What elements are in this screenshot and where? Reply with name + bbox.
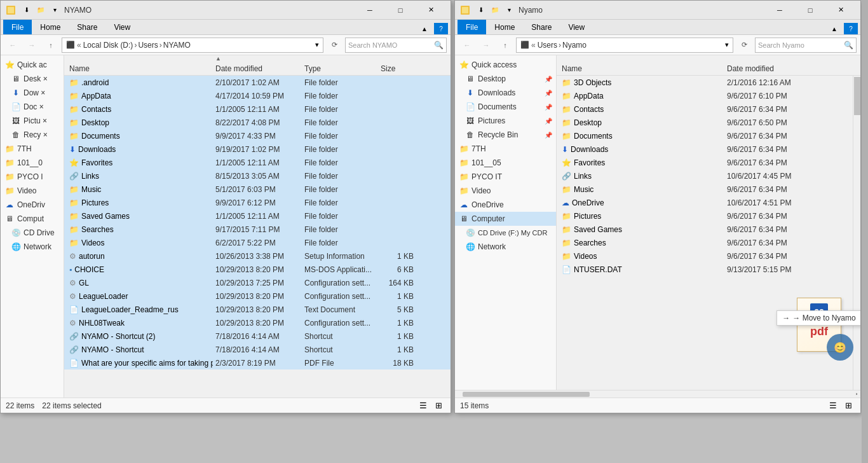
right-qat-btn1[interactable]: ⬇ <box>474 4 488 16</box>
right-nav-101[interactable]: 📁 101__05 <box>455 156 556 170</box>
left-nav-network[interactable]: 🌐 Network <box>1 240 64 254</box>
right-row-pictures[interactable]: 📁Pictures 9/6/2017 6:34 PM <box>557 209 860 223</box>
left-nav-documents[interactable]: 📄 Doc × <box>1 100 64 114</box>
left-row-desktop[interactable]: 📁Desktop 8/22/2017 4:08 PM File folder <box>64 116 451 129</box>
right-details-view-btn[interactable]: ☰ <box>826 399 840 412</box>
left-tab-share[interactable]: Share <box>69 20 105 34</box>
right-nav-7th[interactable]: 📁 7TH <box>455 142 556 156</box>
qat-newdir-btn[interactable]: 📁 <box>34 4 48 16</box>
right-address-field[interactable]: ⬛ « Users › Nyamo ▾ <box>516 38 733 53</box>
right-nav-cd[interactable]: 💿 CD Drive (F:) My CDR <box>455 226 556 240</box>
right-close-btn[interactable]: ✕ <box>826 1 855 20</box>
right-address-dropdown[interactable]: ▾ <box>725 41 729 49</box>
right-row-appdata[interactable]: 📁AppData 9/6/2017 6:10 PM <box>557 89 860 102</box>
right-scrollbar-thumb[interactable] <box>854 77 860 115</box>
right-tab-share[interactable]: Share <box>523 20 560 34</box>
left-nav-recycle[interactable]: 🗑 Recy × <box>1 128 64 142</box>
right-col-date[interactable]: Date modified <box>724 64 839 73</box>
right-maximize-btn[interactable]: □ <box>796 1 825 20</box>
left-nav-cd[interactable]: 💿 CD Drive <box>1 226 64 240</box>
left-ribbon-collapse[interactable]: ▲ <box>417 23 431 34</box>
qat-properties-btn[interactable]: ⬇ <box>20 4 34 16</box>
left-details-view-btn[interactable]: ☰ <box>416 399 430 412</box>
right-minimize-btn[interactable]: ─ <box>765 1 794 20</box>
left-row-nhl08tweak[interactable]: ⚙NHL08Tweak 10/29/2013 8:20 PM Configura… <box>64 316 451 329</box>
left-address-dropdown[interactable]: ▾ <box>315 41 319 49</box>
left-row-searches[interactable]: 📁Searches 9/17/2015 7:11 PM File folder <box>64 223 451 236</box>
right-nav-pyco[interactable]: 📁 PYCO IT <box>455 170 556 184</box>
right-nav-desktop[interactable]: 🖥 Desktop 📌 <box>455 72 556 86</box>
left-row-downloads[interactable]: ⬇Downloads 9/19/2017 1:02 PM File folder <box>64 142 451 156</box>
left-back-btn[interactable]: ← <box>4 38 21 53</box>
left-close-btn[interactable]: ✕ <box>416 1 445 20</box>
right-row-onedrive[interactable]: ☁OneDrive 10/6/2017 4:51 PM <box>557 196 860 209</box>
right-nav-computer[interactable]: 🖥 Computer <box>455 212 556 226</box>
left-row-leagueloader[interactable]: ⚙LeagueLoader 10/29/2013 8:20 PM Configu… <box>64 289 451 303</box>
left-nav-video[interactable]: 📁 Video <box>1 184 64 198</box>
right-hscroll-right[interactable]: › <box>853 390 860 398</box>
right-nav-onedrive[interactable]: ☁ OneDrive <box>455 198 556 212</box>
right-row-3d[interactable]: 📁3D Objects 2/1/2016 12:16 AM <box>557 76 860 89</box>
right-ribbon-collapse[interactable]: ▲ <box>827 23 841 34</box>
right-search-field[interactable]: Search Nyamo 🔍 <box>755 38 857 53</box>
right-row-videos[interactable]: 📁Videos 9/6/2017 6:34 PM <box>557 249 860 263</box>
right-tab-file[interactable]: File <box>458 20 486 34</box>
right-scrollbar[interactable] <box>853 76 860 390</box>
left-col-date[interactable]: Date modified <box>213 64 302 73</box>
left-row-leagueloader-readme[interactable]: 📄LeagueLoader_Readme_rus 10/29/2013 8:20… <box>64 303 451 316</box>
left-nav-onedrive[interactable]: ☁ OneDriv <box>1 198 64 212</box>
right-row-downloads[interactable]: ⬇Downloads 9/6/2017 6:34 PM <box>557 142 860 156</box>
right-large-icons-view-btn[interactable]: ⊞ <box>841 399 855 412</box>
left-row-music[interactable]: 📁Music 5/1/2017 6:03 PM File folder <box>64 183 451 196</box>
left-nav-computer[interactable]: 🖥 Comput <box>1 212 64 226</box>
left-address-field[interactable]: ⬛ « Local Disk (D:) › Users › NYAMO ▾ <box>62 38 323 53</box>
right-nav-recycle[interactable]: 🗑 Recycle Bin 📌 <box>455 128 556 142</box>
right-row-ntuser[interactable]: 📄NTUSER.DAT 9/13/2017 5:15 PM <box>557 263 860 276</box>
right-row-documents[interactable]: 📁Documents 9/6/2017 6:34 PM <box>557 129 860 142</box>
right-forward-btn[interactable]: → <box>478 38 494 53</box>
left-up-btn[interactable]: ↑ <box>43 38 59 53</box>
right-row-music[interactable]: 📁Music 9/6/2017 6:34 PM <box>557 183 860 196</box>
right-row-saved-games[interactable]: 📁Saved Games 9/6/2017 6:34 PM <box>557 223 860 236</box>
left-nav-desktop[interactable]: 🖥 Desk × <box>1 72 64 86</box>
left-search-field[interactable]: Search NYAMO 🔍 <box>345 38 447 53</box>
right-refresh-btn[interactable]: ⟳ <box>736 38 752 53</box>
right-hscrollbar-thumb[interactable] <box>463 392 590 397</box>
left-row-gl[interactable]: ⚙GL 10/29/2013 7:25 PM Configuration set… <box>64 276 451 289</box>
right-row-links[interactable]: 🔗Links 10/6/2017 4:45 PM <box>557 169 860 183</box>
left-row-pdf[interactable]: 📄What are your specific aims for taking … <box>64 356 451 370</box>
left-nav-downloads[interactable]: ⬇ Dow × <box>1 86 64 100</box>
left-tab-view[interactable]: View <box>105 20 139 34</box>
right-row-favorites[interactable]: ⭐Favorites 9/6/2017 6:34 PM <box>557 156 860 169</box>
right-back-btn[interactable]: ← <box>459 38 475 53</box>
left-nav-quick-access[interactable]: ⭐ Quick ac <box>1 58 64 72</box>
left-nav-7th[interactable]: 📁 7TH <box>1 142 64 156</box>
right-help-btn[interactable]: ? <box>844 23 858 34</box>
right-row-contacts[interactable]: 📁Contacts 9/6/2017 6:34 PM <box>557 102 860 116</box>
left-nav-pictures[interactable]: 🖼 Pictu × <box>1 114 64 128</box>
right-nav-video[interactable]: 📁 Video <box>455 184 556 198</box>
left-maximize-btn[interactable]: □ <box>386 1 415 20</box>
left-large-icons-view-btn[interactable]: ⊞ <box>431 399 445 412</box>
qat-dropdown-btn[interactable]: ▾ <box>48 4 62 16</box>
left-row-android[interactable]: 📁.android 2/10/2017 1:02 AM File folder <box>64 76 451 89</box>
right-nav-pictures[interactable]: 🖼 Pictures 📌 <box>455 114 556 128</box>
right-nav-documents[interactable]: 📄 Documents 📌 <box>455 100 556 114</box>
right-col-name[interactable]: Name <box>559 64 724 73</box>
left-row-appdata[interactable]: 📁AppData 4/17/2014 10:59 PM File folder <box>64 89 451 102</box>
left-row-contacts[interactable]: 📁Contacts 1/1/2005 12:11 AM File folder <box>64 102 451 116</box>
left-nav-pyco[interactable]: 📁 PYCO I <box>1 170 64 184</box>
left-row-favorites[interactable]: ⭐Favorites 1/1/2005 12:11 AM File folder <box>64 156 451 169</box>
left-row-saved-games[interactable]: 📁Saved Games 1/1/2005 12:11 AM File fold… <box>64 209 451 223</box>
left-tab-home[interactable]: Home <box>32 20 69 34</box>
right-row-desktop[interactable]: 📁Desktop 9/6/2017 6:50 PM <box>557 116 860 129</box>
left-col-size[interactable]: Size <box>378 64 416 73</box>
left-row-autorun[interactable]: ⚙autorun 10/26/2013 3:38 PM Setup Inform… <box>64 249 451 263</box>
right-up-btn[interactable]: ↑ <box>497 38 513 53</box>
left-help-btn[interactable]: ? <box>434 23 448 34</box>
left-tab-file[interactable]: File <box>3 20 32 34</box>
right-qat-dropdown[interactable]: ▾ <box>502 4 516 16</box>
left-row-nyamo-shortcut[interactable]: 🔗NYAMO - Shortcut 7/18/2016 4:14 AM Shor… <box>64 343 451 356</box>
right-qat-btn2[interactable]: 📁 <box>488 4 502 16</box>
left-row-choice[interactable]: ▪CHOICE 10/29/2013 8:20 PM MS-DOS Applic… <box>64 263 451 276</box>
